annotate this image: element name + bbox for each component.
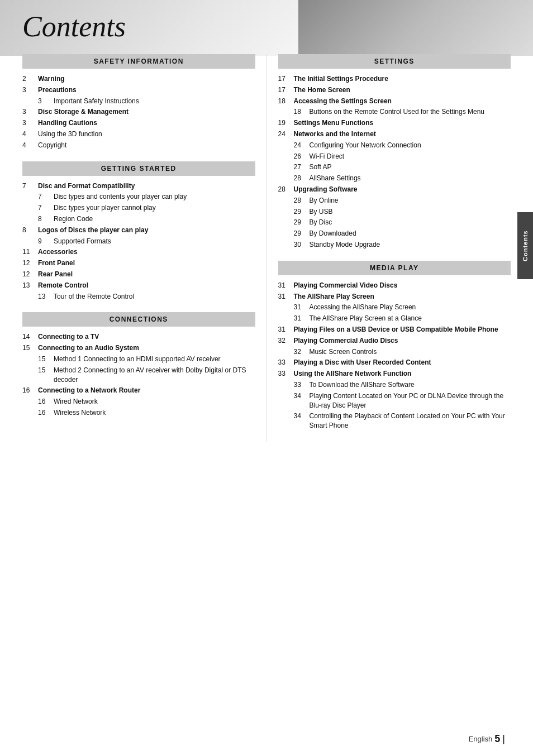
page-number: 3 [22, 118, 38, 128]
page-number: 17 [278, 74, 294, 84]
entry-text: Playing Commercial Audio Discs [294, 336, 398, 346]
entry-text: Wi-Fi Direct [310, 152, 345, 161]
toc-entry: 8Logos of Discs the player can play [22, 226, 255, 235]
page-number: 11 [22, 247, 38, 257]
entry-text: Wireless Network [54, 408, 106, 418]
page-number: 13 [22, 281, 38, 290]
toc-entry: 19Settings Menu Functions [278, 118, 511, 128]
toc-entry: 24Networks and the Internet [278, 130, 511, 139]
toc-entry: 31The AllShare Play Screen [278, 292, 511, 302]
toc-entry: 12Front Panel [22, 259, 255, 268]
section-header: MEDIA PLAY [278, 261, 511, 275]
toc-entry: 17The Initial Settings Procedure [278, 74, 511, 84]
toc-entry: 11Accessories [22, 247, 255, 257]
page-number: 28 [294, 174, 310, 183]
page-number: 3 [22, 107, 38, 117]
toc-entry: 34Playing Content Located on Your PC or … [278, 391, 511, 410]
toc-entry: 15Connecting to an Audio System [22, 343, 255, 353]
toc-entry: 13Remote Control [22, 281, 255, 290]
page-number: 30 [294, 240, 310, 250]
entry-text: Precautions [38, 85, 77, 95]
entry-text: By Online [310, 196, 339, 205]
toc-entry: 3Disc Storage & Management [22, 107, 255, 117]
page-number: 2 [22, 74, 38, 84]
toc-entry: 29By USB [278, 207, 511, 217]
entry-text: Wired Network [54, 397, 98, 406]
page-number: 29 [294, 229, 310, 238]
page-number: 13 [38, 292, 54, 302]
toc-entry: 9Supported Formats [22, 237, 255, 246]
toc-entry: 24Configuring Your Network Connection [278, 141, 511, 150]
entry-text: Connecting to a TV [38, 332, 99, 342]
entry-text: Settings Menu Functions [294, 118, 374, 128]
entry-text: Supported Formats [54, 237, 111, 246]
page-number: 15 [38, 366, 54, 375]
page-number: 12 [22, 259, 38, 268]
entry-text: To Download the AllShare Software [310, 380, 415, 390]
toc-entry: 13Tour of the Remote Control [22, 292, 255, 302]
toc-entry: 31Accessing the AllShare Play Screen [278, 303, 511, 312]
entry-text: Using the 3D function [38, 130, 102, 139]
right-column: SETTINGS17The Initial Settings Procedure… [267, 54, 511, 442]
page-number: 33 [278, 358, 294, 367]
toc-entry: 8Region Code [22, 214, 255, 224]
footer-bar: | [502, 733, 505, 745]
toc-entry: 34Controlling the Playback of Content Lo… [278, 412, 511, 430]
toc-entry: 7Disc types your player cannot play [22, 203, 255, 213]
entry-text: Copyright [38, 141, 66, 150]
toc-entry: 28By Online [278, 196, 511, 205]
page-number: 24 [294, 141, 310, 150]
entry-text: Warning [38, 74, 65, 84]
toc-entry: 29By Disc [278, 218, 511, 227]
toc-section: SAFETY INFORMATION2Warning3Precautions3I… [22, 54, 255, 150]
entry-text: Playing Files on a USB Device or USB Com… [294, 325, 498, 334]
toc-entry: 3Handling Cautions [22, 118, 255, 128]
page-number: 8 [38, 214, 54, 224]
toc-entry: 32Music Screen Controls [278, 347, 511, 357]
page-number: 29 [294, 207, 310, 217]
footer-page-number: 5 [494, 733, 500, 745]
entry-text: Disc and Format Compatibility [38, 181, 135, 191]
page-number: 4 [22, 130, 38, 139]
section-header: CONNECTIONS [22, 312, 255, 327]
content-area: SAFETY INFORMATION2Warning3Precautions3I… [0, 49, 533, 453]
page-number: 18 [294, 107, 310, 117]
page-number: 18 [278, 97, 294, 106]
page-number: 29 [294, 218, 310, 227]
toc-entry: 4Using the 3D function [22, 130, 255, 139]
toc-entry: 16Wired Network [22, 397, 255, 406]
page-number: 34 [294, 391, 310, 401]
entry-text: Connecting to an Audio System [38, 343, 139, 353]
entry-text: Music Screen Controls [310, 347, 377, 357]
page-number: 28 [278, 185, 294, 194]
page-number: 16 [22, 386, 38, 395]
toc-entry: 15Method 1 Connecting to an HDMI support… [22, 355, 255, 364]
page-number: 3 [22, 85, 38, 95]
toc-entry: 3Precautions [22, 85, 255, 95]
entry-text: Networks and the Internet [294, 130, 376, 139]
entry-text: Soft AP [310, 162, 332, 172]
page-number: 31 [278, 292, 294, 302]
toc-entry: 7Disc and Format Compatibility [22, 181, 255, 191]
entry-text: Logos of Discs the player can play [38, 226, 148, 235]
entry-text: Handling Cautions [38, 118, 97, 128]
entry-text: The AllShare Play Screen [294, 292, 374, 302]
toc-entry: 14Connecting to a TV [22, 332, 255, 342]
entry-text: Disc types and contents your player can … [54, 192, 187, 202]
toc-entry: 3Important Safety Instructions [22, 97, 255, 106]
entry-text: Playing Commercial Video Discs [294, 281, 398, 290]
toc-entry: 31Playing Commercial Video Discs [278, 281, 511, 290]
entry-text: Tour of the Remote Control [54, 292, 134, 302]
page-number: 32 [294, 347, 310, 357]
page-number: 28 [294, 196, 310, 205]
page-number: 14 [22, 332, 38, 342]
entry-text: The Initial Settings Procedure [294, 74, 388, 84]
page-number: 8 [22, 226, 38, 235]
entry-text: The AllShare Play Screen at a Glance [310, 314, 422, 323]
toc-entry: 16Connecting to a Network Router [22, 386, 255, 395]
page-number: 33 [294, 380, 310, 390]
page-number: 4 [22, 141, 38, 150]
entry-text: Accessories [38, 247, 78, 257]
entry-text: The Home Screen [294, 85, 350, 95]
page-title: Contents [0, 0, 533, 43]
